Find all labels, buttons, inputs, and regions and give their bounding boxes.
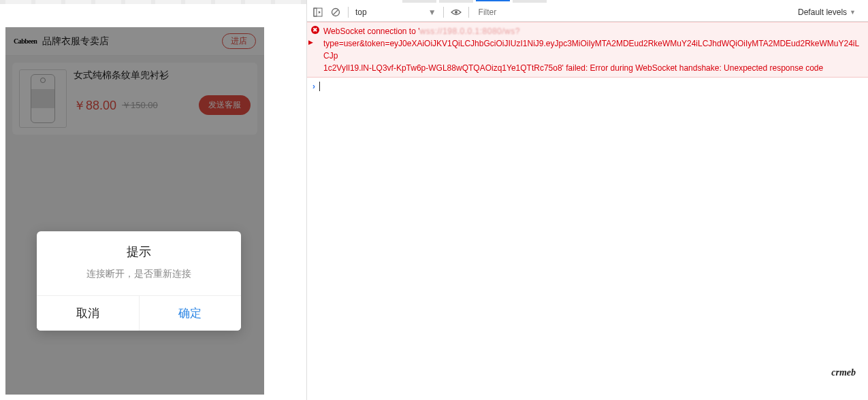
cancel-button[interactable]: 取消 bbox=[37, 296, 140, 331]
ok-button[interactable]: 确定 bbox=[140, 296, 242, 331]
toggle-sidebar-icon[interactable] bbox=[312, 7, 323, 18]
svg-marker-2 bbox=[319, 11, 321, 14]
svg-rect-0 bbox=[314, 8, 322, 16]
error-line1-redacted: wss://198.0.0.1:8080/ws? bbox=[420, 27, 520, 36]
context-label: top bbox=[355, 7, 367, 17]
text-cursor bbox=[319, 82, 320, 91]
log-levels-selector[interactable]: Default levels ▼ bbox=[798, 7, 856, 17]
svg-line-4 bbox=[334, 10, 338, 14]
svg-point-5 bbox=[455, 11, 457, 14]
mobile-frame: Cabbeen 品牌衣服专卖店 进店 女式纯棉条纹单兜衬衫 ￥88.00 ￥15… bbox=[5, 27, 264, 395]
devtools-panel: top ▼ Default levels ▼ ✖ ▶ WebSocket con… bbox=[306, 0, 868, 400]
tab-console[interactable] bbox=[476, 0, 510, 1]
chevron-down-icon: ▼ bbox=[428, 7, 436, 17]
expand-caret-icon[interactable]: ▶ bbox=[308, 38, 313, 48]
mobile-preview-column: Cabbeen 品牌衣服专卖店 进店 女式纯棉条纹单兜衬衫 ￥88.00 ￥15… bbox=[0, 0, 306, 400]
watermark: crmeb bbox=[831, 367, 856, 378]
prompt-caret-icon: › bbox=[312, 80, 315, 93]
error-line1-prefix: WebSocket connection to ' bbox=[323, 27, 420, 36]
context-selector[interactable]: top ▼ bbox=[355, 7, 436, 17]
confirm-dialog: 提示 连接断开，是否重新连接 取消 确定 bbox=[37, 231, 241, 331]
ruler-strip bbox=[0, 0, 306, 4]
filter-input[interactable] bbox=[476, 6, 791, 18]
clear-console-icon[interactable] bbox=[330, 7, 341, 18]
error-line3: 1c2VyIl19.lN-LQ3vf-KpTw6p-WGL88wQTQAOizq… bbox=[323, 63, 823, 73]
error-line2: type=user&token=eyJ0eXAiOiJKV1QiLCJhbGci… bbox=[323, 39, 859, 61]
svg-rect-1 bbox=[314, 8, 317, 16]
dialog-title: 提示 bbox=[37, 231, 241, 268]
console-toolbar: top ▼ Default levels ▼ bbox=[307, 3, 868, 22]
console-body[interactable]: ✖ ▶ WebSocket connection to 'wss://198.0… bbox=[307, 22, 868, 400]
modal-backdrop[interactable] bbox=[5, 27, 264, 395]
error-icon: ✖ bbox=[311, 26, 319, 34]
console-prompt[interactable]: › bbox=[307, 78, 868, 95]
eye-icon[interactable] bbox=[451, 7, 462, 18]
levels-label: Default levels bbox=[798, 7, 847, 17]
dialog-message: 连接断开，是否重新连接 bbox=[37, 268, 241, 295]
console-error-message[interactable]: ✖ ▶ WebSocket connection to 'wss://198.0… bbox=[307, 22, 868, 78]
chevron-down-icon: ▼ bbox=[850, 9, 856, 16]
